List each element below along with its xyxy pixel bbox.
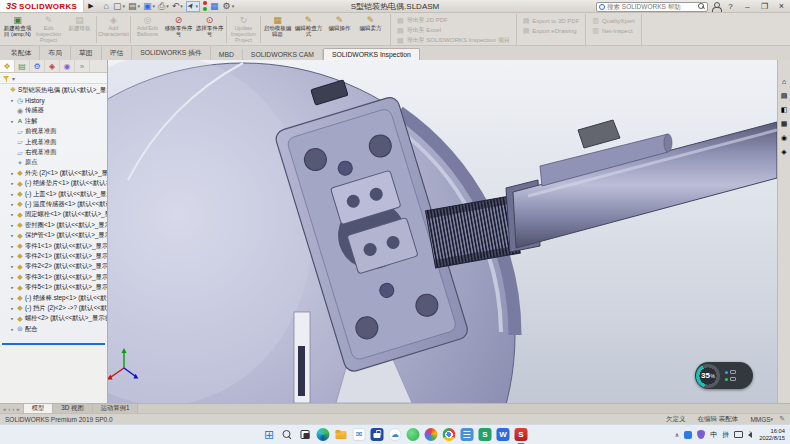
expand-arrow-icon[interactable]: ▸ xyxy=(9,98,16,103)
status-caret-icon[interactable]: ▾ xyxy=(771,416,774,422)
tree-item-sensors[interactable]: ◉传感器 xyxy=(0,106,107,116)
ribbon-button[interactable] xyxy=(130,16,131,43)
tree-item-component[interactable]: ▸◆零件1<1> (默认<<默认>_显示状态 xyxy=(0,241,107,251)
qat-button-undo[interactable]: ↶▾ xyxy=(172,1,183,12)
ribbon-button[interactable] xyxy=(260,16,261,43)
taskbar-icon-solidworks[interactable]: S xyxy=(515,428,528,441)
taskbar-icon-start[interactable]: ⊞ xyxy=(263,428,276,441)
qat-button-select[interactable]: ➤▾ xyxy=(186,1,200,12)
tab-scroll-arrow-icon[interactable]: « xyxy=(3,406,6,412)
expand-arrow-icon[interactable]: ▸ xyxy=(9,192,16,197)
expand-arrow-icon[interactable]: ▸ xyxy=(9,171,16,176)
tree-item-component[interactable]: ▸◆固定螺栓<1> (默认<<默认>_显示状 xyxy=(0,210,107,220)
expand-arrow-icon[interactable]: ▸ xyxy=(9,202,16,207)
ime-indicator[interactable]: 拼 xyxy=(722,430,729,440)
tree-item-component[interactable]: ▸◆(-) 挡片 (2)<2> ->? (默认<<默认> xyxy=(0,303,107,313)
tab-addins[interactable]: SOLIDWORKS 插件 xyxy=(132,46,211,60)
expand-arrow-icon[interactable]: ▸ xyxy=(9,316,16,321)
tree-item-top-plane[interactable]: ▱上视基准面 xyxy=(0,137,107,147)
panel-tab-featuremanager[interactable]: ❖ xyxy=(0,60,15,72)
taskbar-icon-weather[interactable]: ☁ xyxy=(389,428,402,441)
qat-button-save[interactable]: ▣▾ xyxy=(143,1,155,12)
tree-item-front-plane[interactable]: ▱前视基准面 xyxy=(0,127,107,137)
ribbon-button-new-template[interactable]: ▤新建模板 xyxy=(64,14,95,45)
ribbon-button-add-characteristic[interactable]: ◈Add Characteristic xyxy=(98,14,129,45)
tab-assembly[interactable]: 装配体 xyxy=(3,46,40,60)
tab-mbd[interactable]: MBD xyxy=(211,49,243,60)
export-menu-item[interactable]: ▤导出至 2D PDF xyxy=(397,16,510,25)
graphics-viewport[interactable]: 35% xyxy=(108,60,777,403)
ribbon-button-edit-methods[interactable]: ✎编辑检查方式 xyxy=(293,14,324,45)
taskbar-icon-chrome[interactable] xyxy=(443,428,456,441)
tree-item-component[interactable]: ▸◆零件2<2> (默认<<默认>_显示状 xyxy=(0,262,107,272)
taskbar-icon-green-app[interactable] xyxy=(407,428,420,441)
tree-filter[interactable]: ▾ xyxy=(0,73,107,84)
taskbar-icon-s-app[interactable]: S xyxy=(479,428,492,441)
ribbon-button-update-inspection-project[interactable]: ↻Update Inspection Project xyxy=(228,14,259,45)
expand-arrow-icon[interactable]: ▸ xyxy=(9,296,16,301)
tab-sketch[interactable]: 草图 xyxy=(71,46,102,60)
task-pane-icon-solidworks-resources[interactable]: ⌂ xyxy=(782,78,786,85)
taskbar-icon-file-explorer[interactable] xyxy=(335,428,348,441)
export-menu-item[interactable]: ▤Export eDrawing xyxy=(523,26,580,35)
expand-arrow-icon[interactable]: ▸ xyxy=(9,212,16,217)
ribbon-button-new-inspection-project[interactable]: ▣新建检查项目 (amp;N) xyxy=(2,14,33,45)
task-pane-icon-view-palette[interactable]: ▦ xyxy=(781,120,788,127)
tree-item-component[interactable]: ▸◆零件3<1> (默认<<默认>_显示状 xyxy=(0,272,107,282)
language-indicator[interactable]: 中 xyxy=(710,430,717,440)
qat-button-options[interactable]: ⚙▾ xyxy=(223,1,235,12)
expand-arrow-icon[interactable]: ▸ xyxy=(9,181,16,186)
task-pane-icon-custom-properties[interactable]: ◈ xyxy=(781,148,786,155)
taskbar-icon-task-view[interactable] xyxy=(299,428,312,441)
tree-item-assembly-root[interactable]: ❖S型铠装热电偶 (默认<默认>_显示状态-1> xyxy=(0,85,107,95)
zoom-widget[interactable]: 35% xyxy=(695,362,753,389)
tray-chevron-icon[interactable]: ∧ xyxy=(675,431,679,438)
3d-model[interactable] xyxy=(108,60,777,403)
task-pane-icon-file-explorer[interactable]: ◧ xyxy=(781,106,788,113)
tree-item-mates[interactable]: ▸⊛配合 xyxy=(0,324,107,334)
export-menu-item[interactable]: ▤Export to 3D PDF xyxy=(523,16,580,25)
task-pane-icon-appearances[interactable]: ◉ xyxy=(781,134,787,141)
widget-row-bottom[interactable] xyxy=(725,377,736,381)
tree-item-history[interactable]: ▸◷History xyxy=(0,95,107,105)
taskbar-icon-mail[interactable]: ✉ xyxy=(353,428,366,441)
qat-button-home[interactable]: ⌂ xyxy=(104,1,110,12)
qat-button-display-settings[interactable]: ▦ xyxy=(210,1,220,12)
tree-item-component[interactable]: ▸◆(-) 上盖<1> (默认<<默认>_显示状 xyxy=(0,189,107,199)
taskbar-icon-browser-app[interactable] xyxy=(425,428,438,441)
speaker-icon[interactable] xyxy=(748,432,752,438)
tab-evaluate[interactable]: 评估 xyxy=(102,46,133,60)
qat-button-new-document[interactable]: ▢▾ xyxy=(113,1,125,12)
restore-button[interactable]: ❐ xyxy=(758,0,771,13)
expand-arrow-icon[interactable]: ▸ xyxy=(9,254,16,259)
ribbon-button-add-edit-balloons[interactable]: ◎Add/Edit Balloons xyxy=(132,14,163,45)
tree-item-component[interactable]: ▸◆零件5<1> (默认<<默认>_显示状 xyxy=(0,282,107,292)
ribbon-button-edit-vendors[interactable]: ✎编辑卖方 xyxy=(355,14,386,45)
ribbon-button-pick-balloons[interactable]: ⊙选择零件序号 xyxy=(194,14,225,45)
expand-arrow-icon[interactable]: ▸ xyxy=(9,119,16,124)
tree-item-component[interactable]: ▸◆保护管<1> (默认<<默认>_显示状 xyxy=(0,230,107,240)
menu-expand-arrow-icon[interactable]: ▶ xyxy=(88,2,93,10)
widget-row-top[interactable] xyxy=(725,370,736,374)
expand-arrow-icon[interactable]: ▸ xyxy=(9,223,16,228)
task-pane-icon-design-library[interactable]: ▤ xyxy=(781,92,788,99)
tree-item-right-plane[interactable]: ▱右视基准面 xyxy=(0,147,107,157)
ribbon-button-remove-balloons[interactable]: ⊘移除零件序号 xyxy=(163,14,194,45)
taskbar-icon-store[interactable] xyxy=(371,428,384,441)
export-menu-item[interactable]: ▥QualityXpert xyxy=(592,16,635,25)
help-button[interactable]: ? xyxy=(724,0,737,13)
tree-item-origin[interactable]: ⌖原点 xyxy=(0,158,107,168)
tab-scroll-arrow-icon[interactable]: ‹ xyxy=(8,406,10,412)
ribbon-button-launch-template-editor[interactable]: ▦启动模板编辑器 xyxy=(262,14,293,45)
ribbon-button-edit-operations[interactable]: ✎编辑操作 xyxy=(324,14,355,45)
panel-tab-expand-pane[interactable]: » xyxy=(75,60,90,72)
expand-arrow-icon[interactable]: ▸ xyxy=(9,264,16,269)
filter-caret-icon[interactable]: ▾ xyxy=(12,75,15,82)
taskbar-icon-edge[interactable] xyxy=(317,428,330,441)
export-menu-item[interactable]: ▤导出至 SOLIDWORKS Inspection 项目 xyxy=(397,36,510,45)
tab-cam[interactable]: SOLIDWORKS CAM xyxy=(243,49,323,60)
doc-tab-model[interactable]: 模型 xyxy=(24,404,54,413)
tray-app-icon[interactable] xyxy=(684,431,692,439)
panel-tab-configurationmanager[interactable]: ⚙ xyxy=(30,60,45,72)
export-menu-item[interactable]: ▤导出至 Excel xyxy=(397,26,510,35)
